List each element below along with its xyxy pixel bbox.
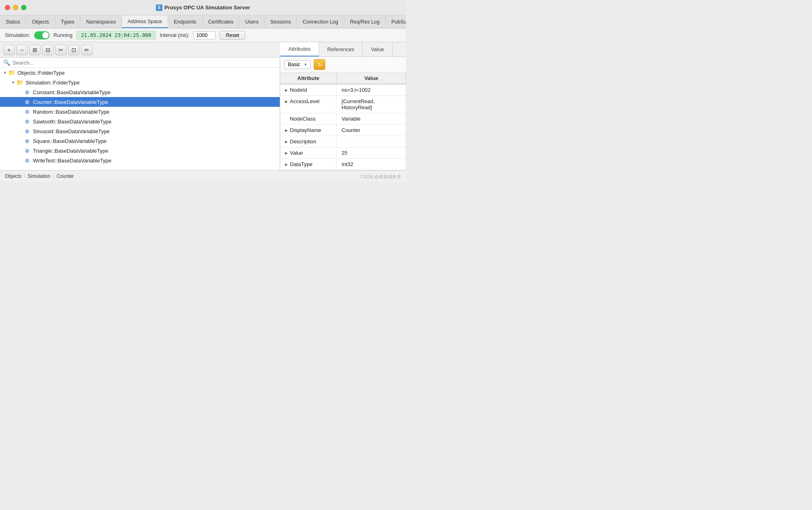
tab-namespaces[interactable]: Namespaces <box>80 15 122 28</box>
row-expand-icon: ▶ <box>285 140 288 144</box>
paste-icon: ⊡ <box>71 47 76 53</box>
variable-icon: ⊗ <box>24 118 31 125</box>
attr-name: NodeClass <box>290 116 316 122</box>
filter-select[interactable]: Basic All <box>284 60 311 69</box>
tree-item-sawtooth[interactable]: ▶ ⊗ Sawtooth::BaseDataVariableType <box>0 117 280 126</box>
row-expand-icon: ▶ <box>285 151 288 155</box>
attributes-table: Attribute Value ▶NodeId ns=3;i=1002 ▶Acc… <box>280 73 406 170</box>
maximize-button[interactable] <box>21 5 26 10</box>
paste-button[interactable]: ⊡ <box>68 45 80 55</box>
tab-references[interactable]: References <box>319 42 363 56</box>
table-row[interactable]: ▶NodeId ns=3;i=1002 <box>280 84 406 96</box>
tree-label: Sawtooth::BaseDataVariableType <box>33 119 111 125</box>
attr-value <box>337 136 406 147</box>
tree-label: Square::BaseDataVariableType <box>33 138 106 144</box>
tab-types[interactable]: Types <box>55 15 80 28</box>
watermark: CSDN @菜菜靖鱼堡 <box>361 174 401 180</box>
interval-label: Interval (ms): <box>160 32 190 38</box>
attr-name: Description <box>290 138 316 145</box>
content-area: + − ⊞ ⊟ ✂ ⊡ ✏ 🔍 <box>0 42 406 170</box>
row-expand-icon: ▶ <box>285 99 288 104</box>
row-expand-icon: ▶ <box>285 128 288 132</box>
simulation-label: Simulation: <box>5 32 30 38</box>
tab-req-res-log[interactable]: Req/Res Log <box>344 15 386 28</box>
breadcrumb-simulation[interactable]: Simulation <box>28 173 50 179</box>
attr-value: Counter <box>337 125 406 136</box>
row-expand-icon: ▶ <box>285 88 288 92</box>
search-input[interactable] <box>13 60 276 66</box>
app-icon: S <box>156 4 162 11</box>
tab-connection-log[interactable]: Connection Log <box>297 15 344 28</box>
grid-button[interactable]: ⊟ <box>42 45 54 55</box>
variable-icon: ⊗ <box>24 157 31 164</box>
attr-value: Int32 <box>337 159 406 170</box>
tree-item-square[interactable]: ▶ ⊗ Square::BaseDataVariableType <box>0 136 280 146</box>
table-row[interactable]: ▶NodeClass Variable <box>280 113 406 125</box>
simulation-toggle[interactable] <box>34 31 50 39</box>
tab-attributes[interactable]: Attributes <box>280 42 319 56</box>
table-row[interactable]: ▶AccessLevel [CurrentRead, HistoryRead] <box>280 96 406 113</box>
titlebar: S Prosys OPC UA Simulation Server <box>0 0 406 15</box>
pencil-icon: ✏ <box>84 47 89 53</box>
tree-label: Objects::FolderType <box>17 70 65 76</box>
interval-input[interactable] <box>193 31 216 39</box>
reset-button[interactable]: Reset <box>220 31 245 40</box>
row-expand-icon: ▶ <box>285 162 288 166</box>
search-icon: 🔍 <box>3 59 10 66</box>
right-panel: Attributes References Value Basic All ↻ … <box>280 42 406 170</box>
tree-label: Random::BaseDataVariableType <box>33 109 109 115</box>
add-node-button[interactable]: + <box>3 45 15 55</box>
attributes-table-container: Attribute Value ▶NodeId ns=3;i=1002 ▶Acc… <box>280 73 406 170</box>
close-button[interactable] <box>5 5 10 10</box>
breadcrumb-objects[interactable]: Objects <box>5 173 22 179</box>
table-row[interactable]: ▶Description <box>280 136 406 147</box>
tree-item-random[interactable]: ▶ ⊗ Random::BaseDataVariableType <box>0 107 280 117</box>
variable-icon: ⊗ <box>24 137 31 145</box>
grid-icon: ⊟ <box>45 47 50 53</box>
refresh-button[interactable]: ↻ <box>314 59 325 70</box>
tab-status[interactable]: Status <box>0 15 26 28</box>
tree-item-objects-folder[interactable]: ▼ 📁 Objects::FolderType <box>0 68 280 78</box>
tree-item-constant[interactable]: ▶ ⊗ Constant::BaseDataVariableType <box>0 87 280 97</box>
table-row[interactable]: ▶DataType Int32 <box>280 159 406 170</box>
attr-name: DataType <box>290 161 313 167</box>
tree-item-triangle[interactable]: ▶ ⊗ Triangle::BaseDataVariableType <box>0 146 280 156</box>
variable-icon: ⊗ <box>24 128 31 135</box>
tree-item-counter[interactable]: ▶ ⊗ Counter::BaseDataVariableType <box>0 97 280 107</box>
edit-button[interactable]: ✏ <box>81 45 93 55</box>
add-child-button[interactable]: ⊞ <box>29 45 41 55</box>
tab-value[interactable]: Value <box>363 42 392 56</box>
tab-sessions[interactable]: Sessions <box>265 15 297 28</box>
tab-address-space[interactable]: Address Space <box>122 15 168 28</box>
refresh-icon: ↻ <box>317 62 322 68</box>
tree-item-writetest[interactable]: ▶ ⊗ WriteTest::BaseDataVariableType <box>0 156 280 165</box>
cut-button[interactable]: ✂ <box>55 45 67 55</box>
remove-node-button[interactable]: − <box>16 45 28 55</box>
table-row[interactable]: ▶DisplayName Counter <box>280 125 406 136</box>
tab-pubsub[interactable]: PubSub <box>386 15 406 28</box>
attr-name: Value <box>290 150 303 156</box>
simulation-status: Running <box>54 32 73 38</box>
filter-row: Basic All ↻ <box>280 57 406 73</box>
tree-label: Constant::BaseDataVariableType <box>33 89 110 95</box>
expand-arrow: ▼ <box>11 80 15 84</box>
tab-certificates[interactable]: Certificates <box>203 15 240 28</box>
simulation-timestamp: 21.05.2024 23:04:25.000 <box>76 31 155 39</box>
minimize-button[interactable] <box>13 5 18 10</box>
tree-label: Simulation::FolderType <box>26 80 80 86</box>
variable-icon: ⊗ <box>24 108 31 115</box>
tab-users[interactable]: Users <box>240 15 265 28</box>
tab-endpoints[interactable]: Endpoints <box>168 15 203 28</box>
left-panel: + − ⊞ ⊟ ✂ ⊡ ✏ 🔍 <box>0 42 280 170</box>
attr-name: NodeId <box>290 87 307 93</box>
attr-value: [CurrentRead, HistoryRead] <box>337 96 406 113</box>
tree-label: WriteTest::BaseDataVariableType <box>33 158 111 164</box>
attr-name: DisplayName <box>290 127 321 133</box>
tree-item-simulation-folder[interactable]: ▼ 📁 Simulation::FolderType <box>0 78 280 87</box>
tree-item-sinusoid[interactable]: ▶ ⊗ Sinusoid::BaseDataVariableType <box>0 126 280 136</box>
breadcrumb-counter[interactable]: Counter <box>56 173 74 179</box>
search-bar: 🔍 <box>0 58 280 68</box>
breadcrumb: Objects › Simulation › Counter CSDN @菜菜靖… <box>0 170 406 182</box>
table-row[interactable]: ▶Value 25 <box>280 147 406 159</box>
tab-objects[interactable]: Objects <box>26 15 55 28</box>
